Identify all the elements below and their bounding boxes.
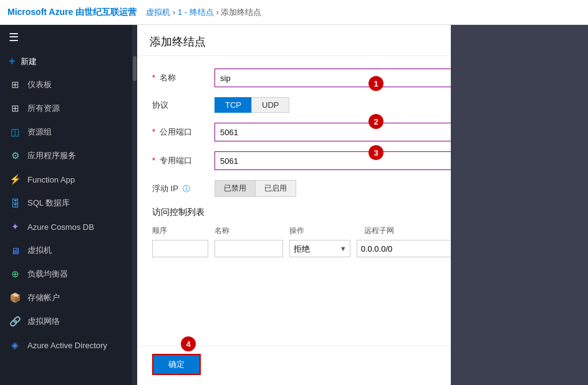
storage-icon: 📦: [9, 292, 21, 304]
sidebar-item-label: 存储帐户: [27, 292, 60, 303]
private-port-input[interactable]: [214, 151, 451, 170]
sidebar-item-label: 负载均衡器: [27, 269, 68, 280]
sidebar-item-cosmos-db[interactable]: ✦ Azure Cosmos DB: [0, 215, 132, 239]
modal-overlay: 1 2 3 添加终结点 × *: [137, 25, 451, 385]
sidebar-scroll: ⊞ 仪表板 ⊞ 所有资源 ◫ 资源组 ⚙ 应用程序服务: [0, 73, 132, 385]
all-resources-icon: ⊞: [9, 102, 21, 115]
acl-op-select-wrap: 拒绝 允许 ▼: [289, 240, 350, 257]
dialog: 1 2 3 添加终结点 × *: [137, 25, 451, 385]
protocol-label: 协议: [152, 100, 214, 111]
sidebar-item-app-service[interactable]: ⚙ 应用程序服务: [0, 144, 132, 168]
dialog-footer: 4 确定: [137, 346, 451, 385]
floating-ip-group: 已禁用 已启用: [214, 180, 296, 197]
breadcrumb-endpoint[interactable]: 1 - 终结点: [178, 7, 214, 17]
acl-col-op: 操作: [289, 226, 358, 236]
sidebar-item-label: SQL 数据库: [27, 197, 70, 209]
name-input[interactable]: [214, 69, 451, 87]
proto-udp-button[interactable]: UDP: [251, 97, 289, 113]
resource-group-icon: ◫: [9, 126, 21, 138]
acl-col-name: 名称: [214, 226, 283, 236]
name-row: * 名称 ✓: [152, 69, 451, 87]
acl-row: 拒绝 允许 ▼ ···: [152, 240, 451, 257]
function-app-icon: ⚡: [9, 173, 21, 186]
step-badge-4: 4: [181, 336, 196, 351]
sidebar-item-vm[interactable]: 🖥 虚拟机: [0, 239, 132, 262]
sidebar-item-all-resources[interactable]: ⊞ 所有资源: [0, 97, 132, 120]
proto-tcp-button[interactable]: TCP: [214, 97, 251, 113]
public-port-row: * 公用端口 ✓: [152, 123, 451, 141]
acl-remote-input[interactable]: [357, 240, 451, 257]
private-port-wrap: ✓: [214, 151, 451, 170]
confirm-button[interactable]: 确定: [152, 354, 201, 375]
private-port-label: * 专用端口: [152, 155, 214, 166]
name-label: * 名称: [152, 72, 214, 83]
sidebar: ☰ + 新建 ⊞ 仪表板 ⊞ 所有资源 ◫: [0, 25, 137, 385]
sidebar-item-label: Function App: [27, 175, 75, 184]
new-button[interactable]: + 新建: [0, 50, 132, 73]
sidebar-item-label: Azure Cosmos DB: [27, 222, 94, 232]
sidebar-item-resource-group[interactable]: ◫ 资源组: [0, 120, 132, 144]
new-label: 新建: [21, 56, 37, 67]
sidebar-item-sql-db[interactable]: 🗄 SQL 数据库: [0, 191, 132, 215]
load-balancer-icon: ⊕: [9, 268, 21, 280]
acl-section: 访问控制列表 顺序 名称 操作 远程子网: [152, 207, 451, 257]
acl-title: 访问控制列表: [152, 207, 451, 218]
main-layout: ☰ + 新建 ⊞ 仪表板 ⊞ 所有资源 ◫: [0, 25, 588, 385]
sidebar-item-aad[interactable]: ◈ Azure Active Directory: [0, 333, 132, 357]
sidebar-item-label: 虚拟网络: [27, 316, 60, 327]
public-port-wrap: ✓: [214, 123, 451, 141]
name-input-wrap: ✓: [214, 69, 451, 87]
step-badge-1: 1: [369, 76, 383, 91]
floating-ip-row: 浮动 IP ⓘ 已禁用 已启用: [152, 180, 451, 197]
brand-title: Microsoft Azure 由世纪互联运营: [7, 7, 137, 18]
sidebar-header: ☰: [0, 25, 132, 50]
acl-seq-input[interactable]: [152, 240, 208, 257]
sidebar-item-load-balancer[interactable]: ⊕ 负载均衡器: [0, 262, 132, 286]
public-port-label: * 公用端口: [152, 126, 214, 138]
sidebar-item-storage[interactable]: 📦 存储帐户: [0, 286, 132, 310]
private-port-row: * 专用端口 ✓: [152, 151, 451, 170]
acl-name-input[interactable]: [214, 240, 283, 257]
sidebar-item-label: 应用程序服务: [27, 150, 76, 161]
acl-col-seq: 顺序: [152, 226, 208, 236]
sidebar-scrollbar[interactable]: [132, 25, 137, 385]
sidebar-item-label: Azure Active Directory: [27, 341, 107, 350]
acl-col-remote: 远程子网: [364, 226, 451, 236]
floating-ip-label: 浮动 IP ⓘ: [152, 183, 214, 194]
protocol-group: TCP UDP: [214, 97, 289, 113]
content-area: 1 2 3 添加终结点 × *: [137, 25, 451, 385]
app-service-icon: ⚙: [9, 150, 21, 162]
floating-disabled-button[interactable]: 已禁用: [214, 180, 255, 197]
aad-icon: ◈: [9, 339, 21, 351]
top-bar: Microsoft Azure 由世纪互联运营 虚拟机 › 1 - 终结点 › …: [0, 0, 588, 25]
acl-op-select[interactable]: 拒绝 允许: [289, 240, 350, 257]
step-badge-3: 3: [369, 145, 383, 160]
acl-header: 顺序 名称 操作 远程子网: [152, 226, 451, 236]
dialog-title: 添加终结点: [150, 34, 206, 49]
floating-enabled-button[interactable]: 已启用: [255, 180, 296, 197]
breadcrumb-vm[interactable]: 虚拟机: [146, 7, 170, 17]
plus-icon: +: [9, 55, 16, 68]
sidebar-item-label: 所有资源: [27, 103, 60, 114]
right-panel: [451, 25, 588, 385]
acl-remote-wrap: ···: [357, 240, 451, 257]
dialog-header: 添加终结点 ×: [137, 25, 451, 56]
cosmos-db-icon: ✦: [9, 221, 21, 233]
public-port-input[interactable]: [214, 123, 451, 141]
sidebar-item-label: 资源组: [27, 126, 52, 138]
sql-db-icon: 🗄: [9, 197, 21, 209]
sidebar-item-dashboard[interactable]: ⊞ 仪表板: [0, 73, 132, 97]
sidebar-item-vnet[interactable]: 🔗 虚拟网络: [0, 310, 132, 333]
breadcrumb-sep1: ›: [173, 7, 178, 17]
breadcrumb-add: 添加终结点: [221, 7, 261, 17]
breadcrumb: 虚拟机 › 1 - 终结点 › 添加终结点: [142, 7, 261, 18]
vm-icon: 🖥: [9, 244, 21, 257]
sidebar-item-label: 仪表板: [27, 79, 52, 90]
dashboard-icon: ⊞: [9, 78, 21, 91]
sidebar-item-label: 虚拟机: [27, 245, 52, 256]
acl-table: 顺序 名称 操作 远程子网 拒绝: [152, 226, 451, 257]
floating-ip-info-icon: ⓘ: [183, 184, 190, 193]
hamburger-icon[interactable]: ☰: [9, 31, 19, 44]
sidebar-item-function-app[interactable]: ⚡ Function App: [0, 168, 132, 191]
vnet-icon: 🔗: [9, 315, 21, 328]
